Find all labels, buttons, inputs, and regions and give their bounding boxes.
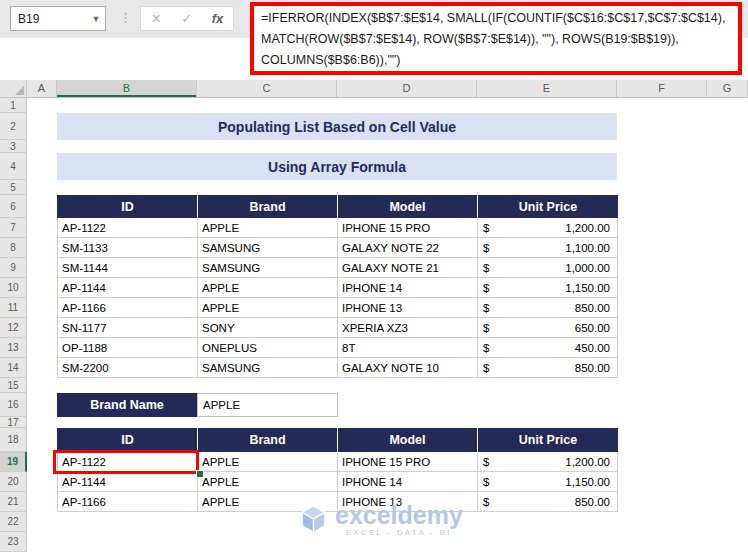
table-cell[interactable]: SM-2200 (58, 358, 198, 378)
price-value: 1,100.00 (565, 242, 610, 254)
column-header-B[interactable]: B (57, 80, 197, 97)
table-header-cell[interactable]: Model (338, 195, 478, 218)
row-header-1[interactable]: 1 (0, 98, 27, 113)
cancel-icon[interactable]: ✕ (151, 11, 162, 26)
table-cell[interactable]: $1,200.00 (478, 218, 618, 238)
table-header-cell[interactable]: ID (58, 195, 198, 218)
row-header-23[interactable]: 23 (0, 532, 27, 552)
row-header-18[interactable]: 18 (0, 428, 27, 452)
table-cell[interactable]: SAMSUNG (198, 358, 338, 378)
table-cell[interactable]: SN-1177 (58, 318, 198, 338)
table-cell[interactable]: 8T (338, 338, 478, 358)
row-header-11[interactable]: 11 (0, 298, 27, 318)
column-header-A[interactable]: A (27, 80, 57, 97)
currency-symbol: $ (483, 242, 489, 254)
table-cell[interactable]: AP-1122 (58, 218, 198, 238)
column-header-D[interactable]: D (337, 80, 477, 97)
column-header-E[interactable]: E (477, 80, 617, 97)
price-value: 850.00 (575, 496, 610, 508)
table-row: SM-2200SAMSUNGGALAXY NOTE 10$850.00 (57, 358, 618, 378)
table-cell[interactable]: AP-1144 (58, 278, 198, 298)
row-header-3[interactable]: 3 (0, 140, 27, 153)
table-cell[interactable]: GALAXY NOTE 10 (338, 358, 478, 378)
table-header-cell[interactable]: ID (58, 428, 198, 452)
select-all-corner[interactable] (0, 80, 27, 97)
row-header-17[interactable]: 17 (0, 417, 27, 428)
title-cell-sub[interactable]: Using Array Formula (57, 153, 617, 180)
table-cell[interactable]: ONEPLUS (198, 338, 338, 358)
table-cell[interactable]: $1,100.00 (478, 238, 618, 258)
enter-icon[interactable]: ✓ (181, 11, 192, 26)
chevron-down-icon[interactable]: ▼ (87, 14, 105, 24)
table-cell[interactable]: APPLE (198, 472, 338, 492)
table-cell[interactable]: $1,000.00 (478, 258, 618, 278)
table-cell[interactable]: $850.00 (478, 492, 618, 512)
fill-handle[interactable] (196, 470, 204, 478)
row-header-22[interactable]: 22 (0, 512, 27, 532)
table-cell[interactable]: SAMSUNG (198, 258, 338, 278)
table-cell[interactable]: SM-1133 (58, 238, 198, 258)
row-header-12[interactable]: 12 (0, 318, 27, 338)
name-box[interactable]: B19 ▼ (10, 6, 106, 31)
table-header-cell[interactable]: Brand (198, 195, 338, 218)
table-cell[interactable]: OP-1188 (58, 338, 198, 358)
table-cell[interactable]: AP-1166 (58, 492, 198, 512)
brand-name-label-cell[interactable]: Brand Name (57, 393, 197, 417)
table-cell[interactable]: $450.00 (478, 338, 618, 358)
fx-icon[interactable]: fx (212, 11, 224, 26)
row-header-16[interactable]: 16 (0, 393, 27, 417)
table-row: SM-1133SAMSUNGGALAXY NOTE 22$1,100.00 (57, 238, 618, 258)
table-cell[interactable]: APPLE (198, 218, 338, 238)
row-header-15[interactable]: 15 (0, 378, 27, 393)
table-cell[interactable]: $850.00 (478, 358, 618, 378)
table-cell[interactable]: APPLE (198, 452, 338, 472)
table-cell[interactable]: $1,200.00 (478, 452, 618, 472)
table-header-cell[interactable]: Brand (198, 428, 338, 452)
price-value: 1,150.00 (565, 282, 610, 294)
row-header-7[interactable]: 7 (0, 218, 27, 238)
table-cell[interactable]: $1,150.00 (478, 472, 618, 492)
table-cell[interactable]: APPLE (198, 278, 338, 298)
column-header-C[interactable]: C (197, 80, 337, 97)
table-header-cell[interactable]: Unit Price (478, 195, 618, 218)
table-cell[interactable]: IPHONE 14 (338, 278, 478, 298)
table-cell[interactable]: $650.00 (478, 318, 618, 338)
table-cell[interactable]: IPHONE 15 PRO (338, 218, 478, 238)
row-header-9[interactable]: 9 (0, 258, 27, 278)
row-header-20[interactable]: 20 (0, 472, 27, 492)
row-header-13[interactable]: 13 (0, 338, 27, 358)
row-header-5[interactable]: 5 (0, 180, 27, 195)
exceldemy-logo-icon (297, 502, 330, 536)
table-cell[interactable]: SAMSUNG (198, 238, 338, 258)
row-header-4[interactable]: 4 (0, 153, 27, 180)
row-header-21[interactable]: 21 (0, 492, 27, 512)
exceldemy-watermark: exceldemy EXCEL - DATA - BI (297, 502, 463, 537)
row-header-10[interactable]: 10 (0, 278, 27, 298)
table-header-cell[interactable]: Unit Price (478, 428, 618, 452)
table-cell[interactable]: IPHONE 15 PRO (338, 452, 478, 472)
row-header-8[interactable]: 8 (0, 238, 27, 258)
table-cell[interactable]: AP-1166 (58, 298, 198, 318)
table-cell[interactable]: SONY (198, 318, 338, 338)
table-cell[interactable]: SM-1144 (58, 258, 198, 278)
table-cell[interactable]: APPLE (198, 298, 338, 318)
row-header-19[interactable]: 19 (0, 452, 27, 472)
row-header-6[interactable]: 6 (0, 195, 27, 218)
row-header-14[interactable]: 14 (0, 358, 27, 378)
formula-input-annotated[interactable]: =IFERROR(INDEX($B$7:$E$14, SMALL(IF(COUN… (250, 2, 742, 75)
table-cell[interactable]: IPHONE 14 (338, 472, 478, 492)
table-cell[interactable]: AP-1144 (58, 472, 198, 492)
price-value: 850.00 (575, 362, 610, 374)
table-cell[interactable]: XPERIA XZ3 (338, 318, 478, 338)
row-header-2[interactable]: 2 (0, 113, 27, 140)
table-cell[interactable]: GALAXY NOTE 21 (338, 258, 478, 278)
column-header-G[interactable]: G (707, 80, 748, 97)
title-cell-main[interactable]: Populating List Based on Cell Value (57, 113, 617, 140)
table-header-cell[interactable]: Model (338, 428, 478, 452)
column-header-F[interactable]: F (617, 80, 707, 97)
brand-name-value-cell[interactable]: APPLE (197, 393, 338, 417)
table-cell[interactable]: GALAXY NOTE 22 (338, 238, 478, 258)
table-cell[interactable]: $850.00 (478, 298, 618, 318)
table-cell[interactable]: $1,150.00 (478, 278, 618, 298)
table-cell[interactable]: IPHONE 13 (338, 298, 478, 318)
